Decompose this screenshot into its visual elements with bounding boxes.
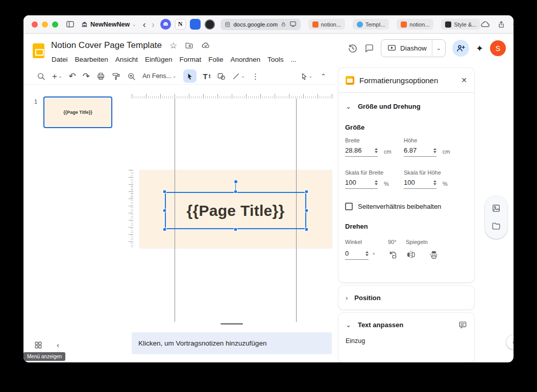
aspect-ratio-option[interactable]: Seitenverhältnis beibehalten bbox=[345, 203, 468, 210]
text-fitting-section-header[interactable]: ⌄ Text anpassen bbox=[338, 313, 474, 336]
redo-button[interactable]: ↷ bbox=[83, 72, 90, 81]
browser-tab-2[interactable]: Templ... bbox=[353, 19, 389, 30]
stepper-down-icon[interactable] bbox=[433, 183, 436, 185]
menu-ansicht[interactable]: Ansicht bbox=[112, 54, 141, 65]
line-tool-button[interactable]: ⌄ bbox=[232, 72, 245, 80]
downloads-button[interactable] bbox=[480, 19, 490, 29]
speaker-notes[interactable]: Klicken, um Vortragsnotizen hinzuzufügen bbox=[132, 332, 332, 354]
address-bar[interactable]: docs.google.com bbox=[221, 19, 301, 30]
open-folder-button[interactable] bbox=[492, 222, 501, 231]
menu-anordnen[interactable]: Anordnen bbox=[227, 54, 264, 65]
close-panel-button[interactable]: ✕ bbox=[461, 76, 467, 84]
resize-handle-sw[interactable] bbox=[163, 228, 166, 231]
close-window-button[interactable] bbox=[32, 21, 38, 28]
menu-tools[interactable]: Tools bbox=[264, 54, 287, 65]
more-tools-button[interactable]: ⋮ bbox=[252, 72, 259, 80]
star-icon[interactable]: ☆ bbox=[169, 41, 177, 50]
show-menu-button[interactable] bbox=[34, 341, 42, 349]
pinned-tab-blue-app[interactable] bbox=[190, 19, 201, 30]
rotation-handle[interactable] bbox=[234, 180, 238, 184]
menu-format[interactable]: Format bbox=[176, 54, 205, 65]
new-tab-button[interactable]: + bbox=[512, 20, 514, 29]
fullscreen-window-button[interactable] bbox=[52, 21, 58, 28]
stepper-up-icon[interactable] bbox=[375, 148, 378, 150]
resize-handle-n[interactable] bbox=[234, 190, 237, 193]
scale-width-stepper[interactable] bbox=[375, 180, 378, 185]
save-status[interactable] bbox=[201, 41, 210, 50]
stepper-down-icon[interactable] bbox=[365, 254, 369, 256]
paint-format-button[interactable] bbox=[112, 72, 120, 81]
size-rotation-section-header[interactable]: ⌄ Größe und Drehung bbox=[338, 93, 474, 119]
resize-handle-w[interactable] bbox=[163, 209, 166, 212]
zoom-fit-select[interactable]: An Fens... ⌄ bbox=[142, 72, 177, 80]
share-button[interactable] bbox=[497, 20, 505, 29]
stepper-up-icon[interactable] bbox=[433, 180, 436, 182]
zoom-button[interactable] bbox=[127, 72, 136, 81]
browser-tab-1[interactable]: notion... bbox=[308, 19, 345, 30]
minimize-window-button[interactable] bbox=[42, 21, 48, 28]
collapse-filmstrip-button[interactable]: ‹ bbox=[57, 340, 59, 349]
resize-handle-ne[interactable] bbox=[305, 190, 308, 193]
aspect-ratio-checkbox[interactable] bbox=[345, 203, 353, 210]
sidebar-toggle-button[interactable] bbox=[66, 20, 75, 29]
tab-group-selector[interactable]: NewNewNew ⌄ bbox=[81, 21, 136, 28]
stepper-down-icon[interactable] bbox=[375, 183, 378, 185]
width-stepper[interactable] bbox=[375, 148, 378, 153]
stepper-up-icon[interactable] bbox=[375, 180, 378, 182]
scrollbar-thumb[interactable] bbox=[221, 323, 243, 325]
pinned-tab-dark-app[interactable] bbox=[205, 19, 215, 30]
browser-tab-4[interactable]: Style &... bbox=[441, 19, 480, 30]
rotate-90-button[interactable] bbox=[388, 250, 398, 260]
shape-button[interactable] bbox=[217, 72, 226, 81]
flip-horizontal-button[interactable] bbox=[406, 250, 416, 260]
menu-datei[interactable]: Datei bbox=[48, 54, 71, 65]
menu-bearbeiten[interactable]: Bearbeiten bbox=[71, 54, 112, 65]
cast-button[interactable] bbox=[289, 20, 297, 29]
menu-einfuegen[interactable]: Einfügen bbox=[141, 54, 176, 65]
present-menu-button[interactable]: ⌄ bbox=[432, 45, 445, 52]
new-slide-button[interactable]: + ⌄ bbox=[52, 72, 62, 81]
resize-handle-se[interactable] bbox=[305, 228, 308, 231]
present-button[interactable]: Diashow bbox=[381, 44, 432, 53]
slide-thumbnail-1[interactable]: {{Page Title}} bbox=[43, 96, 112, 128]
angle-input[interactable]: 0 bbox=[345, 250, 369, 260]
text-box-content[interactable]: {{Page Title}} bbox=[186, 202, 284, 219]
height-input[interactable]: 6.87 bbox=[404, 146, 436, 157]
pointer-options-button[interactable]: ⌄ bbox=[300, 72, 313, 80]
scale-height-stepper[interactable] bbox=[433, 180, 436, 185]
version-history-button[interactable] bbox=[348, 43, 358, 54]
browser-tab-3[interactable]: notion... bbox=[397, 19, 433, 30]
pinned-tab-notion[interactable]: N bbox=[175, 19, 186, 30]
selected-text-box[interactable]: {{Page Title}} bbox=[165, 192, 306, 229]
stepper-down-icon[interactable] bbox=[433, 151, 436, 153]
menu-folie[interactable]: Folie bbox=[205, 54, 227, 65]
gemini-icon[interactable]: ✦ bbox=[476, 44, 483, 53]
resize-handle-nw[interactable] bbox=[163, 190, 166, 193]
scale-height-input[interactable]: 100 bbox=[404, 179, 436, 189]
back-button[interactable]: ‹ bbox=[143, 20, 146, 29]
stepper-up-icon[interactable] bbox=[433, 148, 436, 150]
insert-image-button[interactable] bbox=[492, 204, 501, 213]
resize-handle-e[interactable] bbox=[305, 209, 308, 212]
print-button[interactable] bbox=[96, 72, 105, 81]
scale-width-input[interactable]: 100 bbox=[345, 179, 378, 189]
text-box-button[interactable]: Tt bbox=[203, 72, 211, 81]
select-tool-button[interactable] bbox=[183, 69, 197, 83]
move-button[interactable] bbox=[185, 41, 193, 50]
flip-vertical-button[interactable] bbox=[429, 250, 439, 260]
resize-handle-s[interactable] bbox=[234, 228, 237, 231]
position-card[interactable]: › Position bbox=[338, 286, 474, 309]
search-menus-button[interactable] bbox=[37, 72, 45, 81]
width-input[interactable]: 28.86 bbox=[345, 146, 378, 157]
comments-button[interactable] bbox=[364, 43, 374, 53]
slide-canvas[interactable]: {{Page Title}} Klicken, um Vortragsnotiz… bbox=[123, 85, 338, 362]
forward-button[interactable]: › bbox=[152, 20, 155, 29]
angle-stepper[interactable] bbox=[365, 251, 369, 256]
height-stepper[interactable] bbox=[433, 148, 436, 153]
google-slides-logo[interactable] bbox=[33, 43, 44, 58]
undo-button[interactable]: ↶ bbox=[68, 72, 76, 81]
collapse-side-panel-button[interactable]: ‹ bbox=[506, 334, 514, 350]
feedback-button[interactable] bbox=[458, 321, 467, 329]
pinned-tab-discord[interactable] bbox=[160, 19, 171, 30]
stepper-down-icon[interactable] bbox=[375, 151, 378, 153]
